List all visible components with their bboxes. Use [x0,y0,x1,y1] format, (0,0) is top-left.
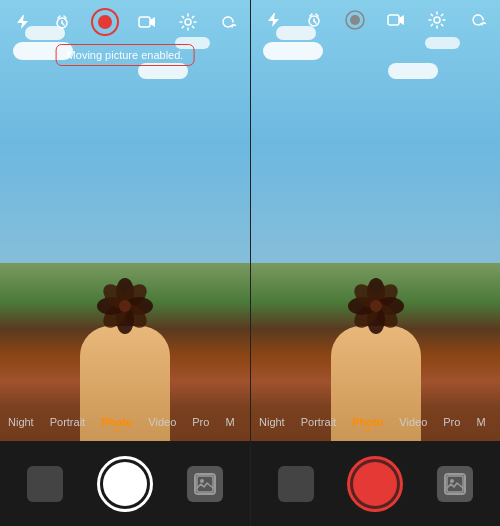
video-mode-icon[interactable] [135,10,159,34]
svg-point-19 [450,479,454,483]
record-icon-right[interactable] [343,8,367,32]
shutter-inner-right [353,462,397,506]
mode-pro-right[interactable]: Pro [435,414,468,430]
rotate-icon[interactable] [216,10,240,34]
svg-rect-16 [388,15,399,25]
bottom-controls-right [251,441,500,526]
mode-portrait-left[interactable]: Portrait [42,414,93,430]
svg-line-0 [58,16,60,18]
mode-bar-left: Night Portrait Photo Video Pro M [0,408,250,436]
video-mode-icon-right[interactable] [384,8,408,32]
mode-underline-right [366,430,370,432]
mode-photo-left[interactable]: Photo [93,414,140,430]
gallery-icon-left [194,473,216,495]
toast-text-left: Moving picture enabled. [67,49,184,61]
shutter-button-left[interactable] [97,456,153,512]
svg-point-17 [434,17,440,23]
svg-point-8 [200,479,204,483]
mode-bar-right: Night Portrait Photo Video Pro M [251,408,500,436]
mode-night-left[interactable]: Night [0,414,42,430]
gallery-button-left[interactable] [187,466,223,502]
mode-more-left[interactable]: M [217,414,242,430]
settings-icon[interactable] [176,10,200,34]
mode-more-right[interactable]: M [468,414,493,430]
mode-video-left[interactable]: Video [140,414,184,430]
svg-line-4 [62,23,64,25]
toast-message-left: Moving picture enabled. [56,44,195,66]
svg-line-10 [316,14,318,16]
record-button-inner [98,15,112,29]
svg-rect-7 [197,476,213,492]
record-button-top[interactable] [91,8,119,36]
flash-icon-right[interactable] [261,8,285,32]
cloud-3-right [388,63,438,79]
top-toolbar-left [0,0,250,44]
svg-line-13 [314,21,316,23]
settings-icon-right[interactable] [425,8,449,32]
mode-portrait-right[interactable]: Portrait [293,414,344,430]
flower-right [346,276,406,336]
mode-photo-right[interactable]: Photo [344,414,391,430]
bottom-controls-left [0,441,250,526]
thumbnail-right[interactable] [278,466,314,502]
timer-icon[interactable] [50,10,74,34]
timer-icon-right[interactable] [302,8,326,32]
svg-rect-18 [447,476,463,492]
thumbnail-left[interactable] [27,466,63,502]
shutter-button-right[interactable] [347,456,403,512]
camera-panel-left: Moving picture enabled. [0,0,250,526]
svg-point-6 [185,19,191,25]
rotate-icon-right[interactable] [466,8,490,32]
gallery-button-right[interactable] [437,466,473,502]
flash-icon[interactable] [10,10,34,34]
mode-night-right[interactable]: Night [251,414,293,430]
shutter-inner-left [103,462,147,506]
camera-panel-right: Night Portrait Photo Video Pro M [250,0,500,526]
svg-line-1 [64,16,66,18]
top-toolbar-right [251,0,500,40]
cloud-1-right [263,42,323,60]
flower-left [95,276,155,336]
svg-line-9 [310,14,312,16]
mode-underline-left [115,430,119,432]
svg-rect-5 [139,17,150,27]
svg-point-15 [350,15,360,25]
mode-video-right[interactable]: Video [391,414,435,430]
gallery-icon-right [444,473,466,495]
mode-pro-left[interactable]: Pro [184,414,217,430]
